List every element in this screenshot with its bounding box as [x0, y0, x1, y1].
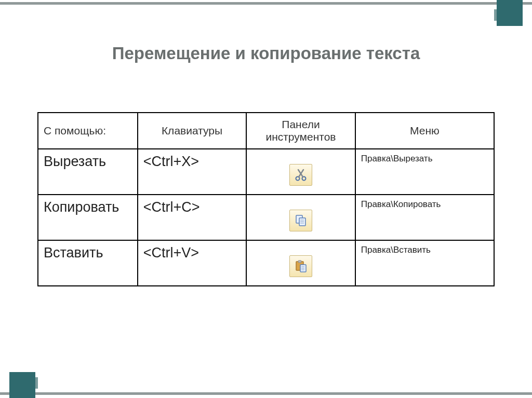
table-header-row: С помощью: Клавиатуры Панели инструменто… [38, 113, 494, 149]
cell-action: Вырезать [38, 149, 138, 195]
cell-menu: Правка\Копировать [355, 195, 494, 240]
cell-menu: Правка\Вырезать [355, 149, 494, 195]
cell-key: <Ctrl+C> [138, 195, 246, 240]
paste-icon [289, 255, 312, 277]
page-title: Перемещение и копирование текста [0, 44, 532, 63]
cell-toolbar [246, 149, 355, 195]
cell-action: Вставить [38, 240, 138, 286]
cell-action: Копировать [38, 195, 138, 240]
header-cell-keyboard: Клавиатуры [138, 113, 246, 149]
decor-bottom-bar [0, 392, 532, 395]
cell-key: <Ctrl+V> [138, 240, 246, 286]
header-cell-menu: Меню [355, 113, 494, 149]
cell-menu: Правка\Вставить [355, 240, 494, 286]
decor-top-bar [0, 2, 532, 5]
decor-bottom-square [9, 372, 35, 398]
header-cell-toolbar: Панели инструментов [246, 113, 355, 149]
table-row: Вставить <Ctrl+V> Правка\Вставить [38, 240, 494, 286]
table-row: Копировать <Ctrl+C> Правка\Копировать [38, 195, 494, 240]
shortcuts-table: С помощью: Клавиатуры Панели инструменто… [37, 112, 495, 286]
table-row: Вырезать <Ctrl+X> Правка\Вырезать [38, 149, 494, 195]
cell-toolbar [246, 240, 355, 286]
header-cell-help: С помощью: [38, 113, 138, 149]
cell-toolbar [246, 195, 355, 240]
cut-icon [289, 164, 312, 186]
copy-icon [289, 210, 312, 231]
svg-rect-10 [298, 260, 301, 263]
decor-top-square [497, 0, 523, 26]
cell-key: <Ctrl+X> [138, 149, 246, 195]
